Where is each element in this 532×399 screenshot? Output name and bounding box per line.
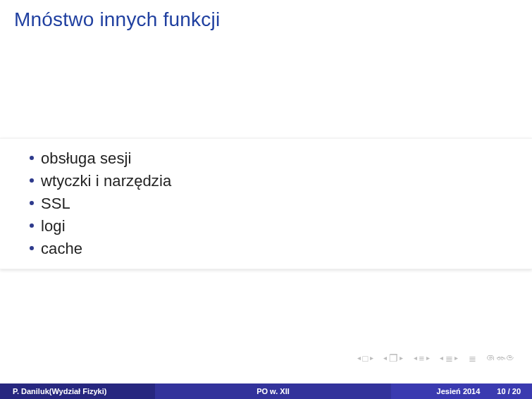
bullet-list: obsługa sesji wtyczki i narzędzia SSL lo… — [0, 146, 532, 262]
footer-right: Jesień 2014 10 / 20 — [391, 383, 532, 399]
nav-structure-icon[interactable]: ≣ — [469, 353, 477, 364]
footer: P. Daniluk(Wydział Fizyki) PO w. XII Jes… — [0, 383, 532, 399]
slide: Mnóstwo innych funkcji obsługa sesji wty… — [0, 0, 532, 399]
list-item: logi — [30, 215, 532, 238]
nav-back-icon[interactable]: ෧෬ල — [486, 352, 515, 364]
footer-title: PO w. XII — [155, 383, 391, 399]
footer-pages: 10 / 20 — [491, 387, 532, 395]
nav-prev-section-icon[interactable]: ◂❐▸ — [383, 352, 404, 364]
nav-next-slide-icon[interactable]: ◂≣▸ — [440, 353, 459, 364]
nav-first-icon[interactable]: ◂□▸ — [357, 353, 373, 364]
nav-prev-slide-icon[interactable]: ◂≡▸ — [414, 353, 430, 364]
footer-author: P. Daniluk(Wydział Fizyki) — [0, 383, 155, 399]
list-item: wtyczki i narzędzia — [30, 170, 532, 192]
nav-symbols[interactable]: ◂□▸ ◂❐▸ ◂≡▸ ◂≣▸ ≣ ෧෬ල — [357, 352, 515, 364]
list-item: cache — [30, 238, 532, 260]
content-block: obsługa sesji wtyczki i narzędzia SSL lo… — [0, 138, 532, 269]
footer-date: Jesień 2014 — [437, 387, 492, 395]
slide-title: Mnóstwo innych funkcji — [0, 0, 532, 31]
list-item: obsługa sesji — [30, 147, 532, 170]
list-item: SSL — [30, 192, 532, 215]
slide-body: obsługa sesji wtyczki i narzędzia SSL lo… — [0, 31, 532, 383]
